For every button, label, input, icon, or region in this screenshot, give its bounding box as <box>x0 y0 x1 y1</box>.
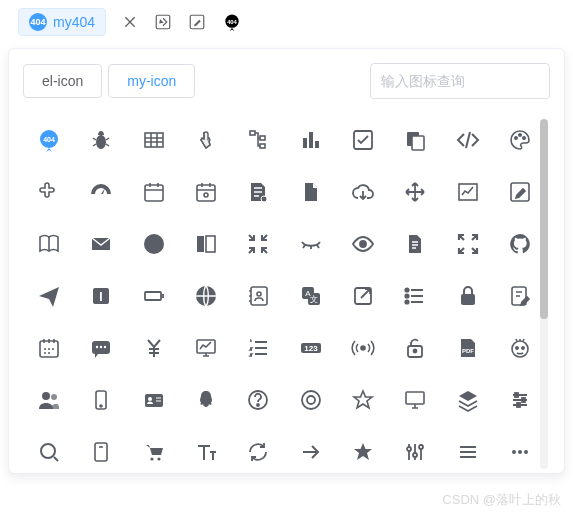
users-icon[interactable] <box>25 377 73 423</box>
star-icon[interactable] <box>339 377 387 423</box>
expand-icon[interactable] <box>443 221 491 267</box>
barchart-icon[interactable] <box>286 117 334 163</box>
svg-point-19 <box>519 134 521 136</box>
svg-point-79 <box>407 447 411 451</box>
send-icon[interactable] <box>25 273 73 319</box>
cny-icon[interactable] <box>130 325 178 371</box>
pdf-icon[interactable]: PDF <box>443 325 491 371</box>
side-panel-icon[interactable] <box>182 221 230 267</box>
drag-icon[interactable] <box>182 117 230 163</box>
top-toolbar: 404 my404 404 <box>0 0 573 44</box>
chart-trend-icon[interactable] <box>443 169 491 215</box>
document-text-icon[interactable] <box>391 221 439 267</box>
unlock-icon[interactable] <box>391 325 439 371</box>
svg-point-50 <box>104 346 106 348</box>
text-tool-icon[interactable]: I <box>77 273 125 319</box>
svg-point-83 <box>518 450 522 454</box>
sliders-icon[interactable] <box>496 377 544 423</box>
edit-square-icon[interactable] <box>188 13 206 31</box>
svg-rect-12 <box>303 138 307 148</box>
edit-note-icon[interactable] <box>496 273 544 319</box>
external-link-icon[interactable] <box>339 273 387 319</box>
404-logo-icon[interactable]: 404 <box>25 117 73 163</box>
settings-sliders-icon[interactable] <box>391 429 439 473</box>
search2-icon[interactable] <box>25 429 73 473</box>
document-basic-icon[interactable] <box>286 169 334 215</box>
edit-icon[interactable] <box>496 169 544 215</box>
mobile-icon[interactable] <box>77 377 125 423</box>
puzzle-icon[interactable] <box>25 169 73 215</box>
radio-off-icon[interactable] <box>286 377 334 423</box>
cart-icon[interactable] <box>130 429 178 473</box>
search-input[interactable] <box>381 73 556 89</box>
svg-rect-72 <box>515 393 518 397</box>
refresh-icon[interactable] <box>234 429 282 473</box>
table-icon[interactable] <box>130 117 178 163</box>
svg-point-66 <box>148 397 152 401</box>
github-icon[interactable] <box>496 221 544 267</box>
icon-grid: 404 <box>23 113 550 473</box>
edit-outline-icon[interactable] <box>154 13 172 31</box>
translate-icon[interactable]: A文 <box>286 273 334 319</box>
svg-point-23 <box>204 193 208 197</box>
menu-icon[interactable] <box>443 429 491 473</box>
svg-rect-11 <box>260 144 265 148</box>
tab-my-icon[interactable]: my-icon <box>108 64 195 98</box>
more-icon[interactable] <box>496 429 544 473</box>
svg-point-54 <box>361 346 365 350</box>
dashboard-icon[interactable] <box>77 169 125 215</box>
monitor-chart-icon[interactable] <box>182 325 230 371</box>
svg-point-29 <box>360 241 366 247</box>
text-size-icon[interactable] <box>182 429 230 473</box>
eye-open-icon[interactable] <box>339 221 387 267</box>
svg-point-18 <box>515 137 517 139</box>
date-picker-icon[interactable] <box>182 169 230 215</box>
qq-icon[interactable] <box>182 377 230 423</box>
404-black-icon[interactable]: 404 <box>222 12 242 32</box>
robot-icon[interactable] <box>496 325 544 371</box>
lock-icon[interactable] <box>443 273 491 319</box>
message-icon[interactable] <box>77 325 125 371</box>
document-gear-icon[interactable] <box>234 169 282 215</box>
compress-icon[interactable] <box>234 221 282 267</box>
selected-tag[interactable]: 404 my404 <box>18 8 106 36</box>
icon-picker-panel: el-icon my-icon 404 <box>8 48 565 474</box>
scrollbar-thumb[interactable] <box>540 119 548 319</box>
svg-point-60 <box>522 347 524 349</box>
calendar-marks-icon[interactable] <box>25 325 73 371</box>
download-cloud-icon[interactable] <box>339 169 387 215</box>
tree-icon[interactable] <box>234 117 282 163</box>
svg-point-41 <box>406 289 409 292</box>
globe-icon[interactable] <box>182 273 230 319</box>
contacts-icon[interactable] <box>234 273 282 319</box>
email-icon[interactable] <box>77 221 125 267</box>
calendar-icon[interactable] <box>130 169 178 215</box>
code-icon[interactable] <box>443 117 491 163</box>
eye-closed-icon[interactable] <box>286 221 334 267</box>
ordered-list-icon[interactable] <box>234 325 282 371</box>
search-input-wrapper[interactable] <box>370 63 550 99</box>
question-circle-icon[interactable] <box>234 377 282 423</box>
palette-icon[interactable] <box>496 117 544 163</box>
tab-group: el-icon my-icon <box>23 64 195 98</box>
tab-el-icon[interactable]: el-icon <box>23 64 102 98</box>
copy-icon[interactable] <box>391 117 439 163</box>
display-icon[interactable] <box>391 377 439 423</box>
checkbox-checked-icon[interactable] <box>339 117 387 163</box>
crosshair-icon[interactable] <box>130 221 178 267</box>
svg-point-61 <box>42 392 50 400</box>
move-icon[interactable] <box>391 169 439 215</box>
layers-icon[interactable] <box>443 377 491 423</box>
battery-icon[interactable] <box>130 273 178 319</box>
device-icon[interactable] <box>77 429 125 473</box>
watermark-text: CSDN @落叶上的秋 <box>442 491 561 509</box>
close-icon[interactable] <box>122 14 138 30</box>
list-icon[interactable] <box>391 273 439 319</box>
book-icon[interactable] <box>25 221 73 267</box>
arrow-right-icon[interactable] <box>286 429 334 473</box>
star-filled-icon[interactable] <box>339 429 387 473</box>
id-card-icon[interactable] <box>130 377 178 423</box>
number-123-icon[interactable]: 123 <box>286 325 334 371</box>
broadcast-icon[interactable] <box>339 325 387 371</box>
bug-icon[interactable] <box>77 117 125 163</box>
